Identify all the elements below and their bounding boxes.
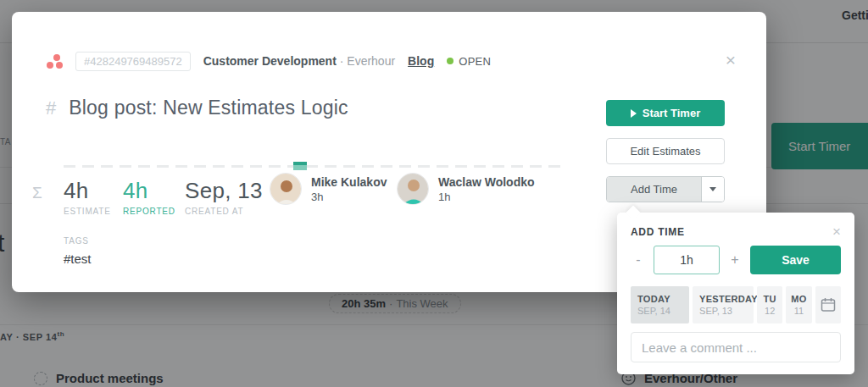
save-button[interactable]: Save bbox=[750, 246, 841, 274]
action-buttons: Start Timer Edit Estimates Add Time bbox=[606, 100, 725, 202]
section-link[interactable]: Blog bbox=[408, 54, 434, 68]
created-value: Sep, 13 bbox=[185, 178, 263, 204]
progress-marker bbox=[293, 162, 307, 170]
title-row: # Blog post: New Estimates Logic bbox=[46, 97, 348, 119]
estimate-label: ESTIMATE bbox=[64, 207, 111, 216]
add-time-dropdown-button[interactable] bbox=[701, 177, 724, 202]
tag-item[interactable]: #test bbox=[64, 252, 92, 266]
created-label: CREATED AT bbox=[185, 207, 263, 216]
edit-estimates-button[interactable]: Edit Estimates bbox=[606, 138, 725, 164]
calendar-picker-button[interactable] bbox=[815, 286, 841, 323]
avatar bbox=[397, 173, 429, 205]
member-time: 3h bbox=[311, 191, 387, 203]
add-time-popover: ADD TIME × - + Save TODAY SEP, 14 YESTER… bbox=[617, 213, 854, 374]
project-name: Customer Development bbox=[203, 54, 337, 68]
comment-input[interactable] bbox=[631, 332, 841, 362]
task-id-badge: #428249769489572 bbox=[75, 52, 191, 71]
time-progress-bar bbox=[64, 165, 564, 168]
member-time: 1h bbox=[438, 191, 535, 203]
date-yesterday-button[interactable]: YESTERDAY SEP, 13 bbox=[693, 286, 754, 323]
status-label: OPEN bbox=[459, 55, 491, 68]
reported-label: REPORTED bbox=[123, 207, 175, 216]
time-stepper: - + Save bbox=[631, 246, 841, 274]
member-name: Waclaw Wolodko bbox=[438, 175, 535, 189]
estimate-value: 4h bbox=[64, 178, 111, 204]
tags-label: TAGS bbox=[64, 236, 89, 246]
plus-button[interactable]: + bbox=[727, 251, 743, 269]
sum-icon: Σ bbox=[32, 184, 42, 202]
calendar-icon bbox=[821, 297, 836, 312]
modal-header: #428249769489572 Customer Development · … bbox=[46, 50, 491, 72]
estimate-stat: 4h ESTIMATE bbox=[64, 178, 111, 216]
created-stat: Sep, 13 CREATED AT bbox=[185, 178, 263, 216]
date-tu-button[interactable]: TU 12 bbox=[757, 286, 782, 323]
start-timer-button[interactable]: Start Timer bbox=[606, 100, 725, 126]
popover-header: ADD TIME × bbox=[631, 224, 841, 239]
add-time-button[interactable]: Add Time bbox=[607, 177, 701, 202]
popover-title: ADD TIME bbox=[631, 226, 685, 238]
date-picker-row: TODAY SEP, 14 YESTERDAY SEP, 13 TU 12 MO… bbox=[631, 286, 841, 323]
add-time-split-button: Add Time bbox=[606, 176, 725, 202]
title-hash: # bbox=[46, 97, 56, 119]
play-icon bbox=[631, 109, 637, 118]
date-today-button[interactable]: TODAY SEP, 14 bbox=[631, 286, 689, 323]
date-mo-button[interactable]: MO 11 bbox=[786, 286, 811, 323]
asana-logo-icon bbox=[46, 54, 63, 69]
reported-value: 4h bbox=[123, 178, 175, 204]
chevron-down-icon bbox=[709, 187, 716, 191]
member-name: Mike Kulakov bbox=[311, 175, 387, 189]
workspace-name: Everhour bbox=[347, 54, 395, 68]
open-status-dot-icon bbox=[447, 58, 453, 64]
member-time-row: Mike Kulakov 3h bbox=[270, 173, 387, 205]
reported-stat: 4h REPORTED bbox=[123, 178, 175, 216]
close-icon[interactable]: × bbox=[832, 224, 841, 239]
breadcrumb: Customer Development · Everhour bbox=[203, 54, 395, 68]
avatar bbox=[270, 173, 302, 205]
member-time-row: Waclaw Wolodko 1h bbox=[397, 173, 535, 205]
time-input[interactable] bbox=[654, 246, 720, 274]
page-title: Blog post: New Estimates Logic bbox=[69, 97, 348, 119]
minus-button[interactable]: - bbox=[631, 251, 646, 269]
status-badge: OPEN bbox=[447, 55, 491, 68]
close-icon[interactable]: × bbox=[719, 48, 743, 72]
